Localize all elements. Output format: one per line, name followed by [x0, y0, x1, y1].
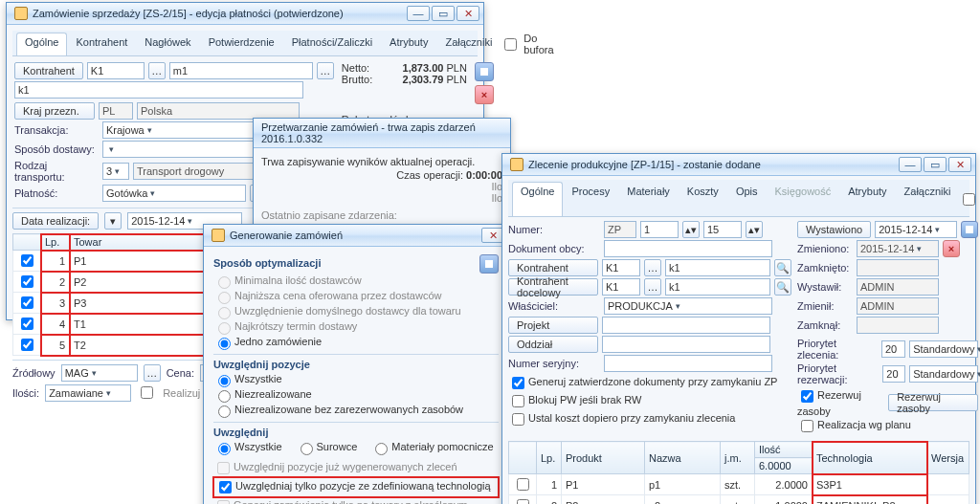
- transport-code[interactable]: 3: [102, 163, 129, 180]
- source-lookup-icon[interactable]: …: [144, 364, 161, 382]
- tab-general[interactable]: Ogólne: [512, 182, 563, 216]
- col-jm[interactable]: j.m.: [721, 442, 755, 474]
- number-2[interactable]: 15: [703, 221, 742, 238]
- row-check[interactable]: [21, 254, 33, 267]
- contractor-button[interactable]: Kontrahent: [14, 62, 83, 79]
- qty-select[interactable]: Zamawiane: [45, 384, 131, 402]
- pos-radio-1[interactable]: [218, 390, 231, 403]
- contractor-code[interactable]: K1: [602, 259, 640, 276]
- contractor-name-lookup-icon[interactable]: …: [317, 62, 334, 79]
- tab-header[interactable]: Nagłówek: [136, 33, 199, 55]
- maximize-button[interactable]: ▭: [924, 157, 947, 172]
- release-checkbox[interactable]: [963, 193, 975, 206]
- owner-select[interactable]: PRODUKCJA: [604, 297, 772, 315]
- close-button[interactable]: ✕: [457, 6, 479, 21]
- row-check[interactable]: [21, 318, 33, 330]
- cost-close-checkbox[interactable]: [512, 413, 524, 426]
- titlebar[interactable]: Zlecenie produkcyjne [ZP-1/15] - zostani…: [502, 154, 975, 176]
- tab-desc[interactable]: Opis: [727, 182, 767, 216]
- branch-button[interactable]: Oddział: [508, 336, 598, 353]
- uw-radio-0[interactable]: [218, 443, 231, 455]
- dest-contractor-name[interactable]: k1: [665, 278, 770, 296]
- dest-country-button[interactable]: Kraj przezn.: [14, 102, 95, 120]
- spin-icon-2[interactable]: ▴▾: [746, 221, 763, 238]
- close-button[interactable]: ✕: [948, 157, 971, 172]
- date-mode-icon[interactable]: ▾: [104, 212, 122, 230]
- col-check[interactable]: [509, 442, 537, 474]
- reserve-checkbox[interactable]: [801, 390, 813, 403]
- cancel-icon[interactable]: [943, 240, 960, 257]
- col-lp[interactable]: Lp.: [537, 442, 562, 474]
- foreign-doc-field[interactable]: [604, 240, 772, 257]
- prio-order-val[interactable]: 20: [881, 340, 905, 358]
- payment-select[interactable]: Gotówka: [102, 185, 246, 202]
- save-icon[interactable]: [479, 254, 499, 274]
- tab-payments[interactable]: Płatności/Zaliczki: [283, 33, 381, 55]
- col-name[interactable]: Nazwa: [644, 442, 720, 474]
- serial-field[interactable]: [604, 355, 772, 372]
- minimize-button[interactable]: —: [407, 6, 430, 21]
- uw-radio-1[interactable]: [301, 443, 313, 455]
- row-check[interactable]: [517, 499, 529, 504]
- tab-costs[interactable]: Koszty: [679, 182, 727, 216]
- col-version[interactable]: Wersja: [927, 442, 969, 474]
- to-buffer-checkbox[interactable]: [504, 38, 517, 51]
- contractor-lookup-icon[interactable]: …: [148, 62, 166, 79]
- issued-date[interactable]: 2015-12-14: [875, 221, 957, 238]
- minimize-button[interactable]: —: [899, 157, 922, 172]
- table-row[interactable]: 2P2p2szt.1.0000ZAMIENNIKI_P2: [509, 495, 969, 505]
- tab-attrs[interactable]: Atrybuty: [839, 182, 895, 216]
- pos-radio-0[interactable]: [218, 375, 231, 387]
- prio-res-select[interactable]: Standardowy: [909, 365, 978, 383]
- col-tech[interactable]: Technologia: [813, 442, 927, 474]
- prio-res-val[interactable]: 20: [882, 365, 905, 383]
- tab-attrs[interactable]: Atrybuty: [381, 33, 436, 55]
- uw-radio-2[interactable]: [375, 443, 388, 455]
- tab-processes[interactable]: Procesy: [563, 182, 618, 216]
- tab-contractor[interactable]: Kontrahent: [67, 33, 136, 55]
- col-check[interactable]: [13, 234, 41, 251]
- plan-checkbox[interactable]: [801, 420, 813, 432]
- pos-radio-2[interactable]: [218, 405, 231, 418]
- gen-docs-checkbox[interactable]: [512, 377, 524, 389]
- row-check[interactable]: [21, 275, 33, 288]
- row-check[interactable]: [21, 339, 33, 351]
- col-lp[interactable]: Lp.: [41, 234, 70, 251]
- contractor-code[interactable]: K1: [87, 62, 145, 79]
- dest-contractor-button[interactable]: Kontrahent docelowy: [508, 278, 598, 296]
- lookup-icon[interactable]: …: [644, 259, 661, 276]
- maximize-button[interactable]: ▭: [432, 6, 455, 21]
- number-1[interactable]: 1: [640, 221, 679, 238]
- project-field[interactable]: [602, 317, 770, 334]
- search-icon[interactable]: 🔍: [774, 278, 791, 296]
- source-mag[interactable]: MAG: [61, 364, 138, 382]
- tab-attach[interactable]: Załączniki: [436, 33, 501, 55]
- contractor-name[interactable]: k1: [665, 259, 770, 276]
- contractor-name[interactable]: m1: [169, 62, 313, 79]
- row-check[interactable]: [517, 478, 529, 491]
- titlebar[interactable]: Zamówienie sprzedaży [ZS-2/15] - edycja …: [7, 3, 483, 25]
- titlebar[interactable]: Przetwarzanie zamówień - trwa zapis zdar…: [254, 119, 510, 148]
- block-pw-checkbox[interactable]: [512, 395, 524, 407]
- tab-materials[interactable]: Materiały: [618, 182, 679, 216]
- titlebar[interactable]: Generowanie zamówień ✕: [204, 225, 508, 247]
- row-check[interactable]: [21, 296, 33, 309]
- realize-checkbox[interactable]: [141, 386, 153, 399]
- contractor-line2[interactable]: k1: [14, 81, 303, 99]
- opt-radio-4[interactable]: [218, 338, 231, 350]
- lookup-icon[interactable]: …: [644, 278, 661, 296]
- cancel-icon[interactable]: [475, 85, 494, 104]
- col-ilosc[interactable]: Ilość: [755, 442, 813, 458]
- reserve-button[interactable]: Rezerwuj zasoby: [888, 394, 978, 411]
- save-icon[interactable]: [475, 62, 494, 81]
- tab-general[interactable]: Ogólne: [16, 33, 67, 55]
- spin-icon[interactable]: ▴▾: [682, 221, 700, 238]
- tab-confirm[interactable]: Potwierdzenie: [200, 33, 283, 55]
- contractor-button[interactable]: Kontrahent: [508, 259, 598, 276]
- search-icon[interactable]: 🔍: [774, 259, 791, 276]
- project-button[interactable]: Projekt: [508, 317, 598, 334]
- realization-date-button[interactable]: Data realizacji:: [12, 212, 99, 230]
- table-row[interactable]: 1P1p1szt.2.0000S3P1: [509, 474, 969, 495]
- issued-button[interactable]: Wystawiono: [797, 221, 871, 238]
- prio-order-select[interactable]: Standardowy: [909, 340, 978, 358]
